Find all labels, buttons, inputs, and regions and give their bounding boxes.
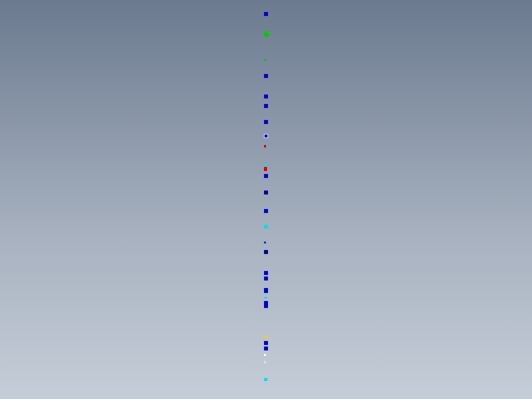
assembly-marker-24 [264, 346, 268, 350]
assembly-marker-6 [264, 120, 268, 124]
assembly-marker-25 [264, 354, 266, 356]
assembly-marker-10 [264, 167, 267, 171]
assembly-marker-5 [264, 104, 268, 108]
assembly-marker-14 [264, 225, 268, 228]
assembly-marker-20 [264, 297, 267, 298]
assembly-marker-16 [264, 250, 268, 254]
assembly-marker-21 [264, 301, 268, 308]
assembly-marker-13 [264, 209, 268, 213]
assembly-marker-11 [264, 174, 268, 178]
assembly-marker-9 [264, 164, 267, 166]
assembly-marker-27 [264, 378, 268, 381]
assembly-marker-0 [264, 12, 268, 16]
assembly-marker-1 [263, 30, 270, 38]
assembly-marker-19 [264, 288, 268, 293]
assembly-marker-12 [264, 190, 268, 194]
assembly-marker-15 [264, 242, 266, 244]
assembly-marker-8 [264, 145, 266, 148]
assembly-marker-22 [264, 336, 268, 338]
assembly-marker-18 [264, 276, 268, 280]
assembly-marker-17 [264, 271, 268, 275]
assembly-marker-23 [264, 341, 268, 345]
assembly-marker-7 [264, 134, 268, 138]
assembly-marker-26 [264, 361, 266, 364]
assembly-marker-3 [264, 74, 268, 78]
assembly-marker-4 [264, 94, 268, 98]
assembly-marker-2 [264, 59, 266, 61]
